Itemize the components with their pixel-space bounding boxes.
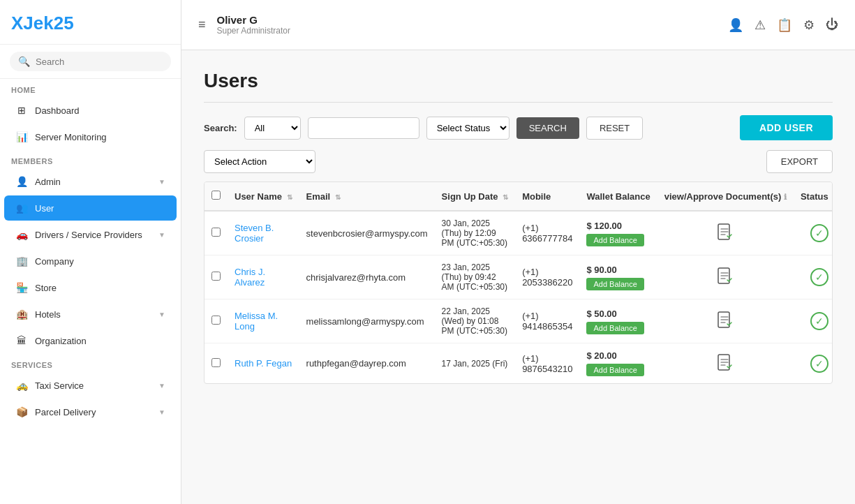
sidebar-item-company[interactable]: 🏢 Company	[4, 249, 177, 274]
row-email: chrisjalvarez@rhyta.com	[299, 255, 435, 299]
row-document-cell	[657, 255, 794, 299]
add-balance-button[interactable]: Add Balance	[586, 364, 644, 376]
sidebar-item-dashboard[interactable]: ⊞ Dashboard	[4, 98, 177, 123]
sort-icon[interactable]: ⇅	[287, 193, 292, 201]
document-icon[interactable]	[664, 311, 787, 331]
reset-button[interactable]: RESET	[586, 117, 643, 140]
topbar-user-info: Oliver G Super Administrator	[217, 14, 717, 36]
table-row: Melissa M. Long melissamlong@armyspy.com…	[205, 299, 833, 343]
info-icon: ℹ	[784, 193, 787, 201]
search-input[interactable]	[36, 57, 163, 67]
col-header-status: Status ⇅	[794, 182, 833, 211]
action-bar: Select Action Delete Activate Deactivate…	[204, 150, 833, 173]
status-check: ✓	[810, 355, 828, 373]
search-filter-select[interactable]: All Name Email Mobile	[244, 117, 301, 140]
store-icon: 🏪	[15, 282, 28, 293]
row-mobile: (+1) 2053386220	[515, 255, 579, 299]
sidebar-item-organization[interactable]: 🏛 Organization	[4, 328, 177, 353]
row-checkbox-cell	[205, 211, 228, 255]
user-link[interactable]: Steven B. Crosier	[235, 223, 274, 244]
sidebar-item-parcel-delivery[interactable]: 📦 Parcel Delivery ▼	[4, 399, 177, 424]
row-checkbox[interactable]	[211, 272, 221, 281]
logo-accent: 25	[54, 13, 74, 34]
add-user-button[interactable]: ADD USER	[740, 115, 833, 140]
row-mobile: (+1) 9876543210	[515, 343, 579, 384]
row-checkbox-cell	[205, 299, 228, 343]
topbar-user-role: Super Administrator	[217, 26, 717, 36]
power-icon[interactable]: ⏻	[826, 17, 838, 32]
sidebar-item-label: Organization	[35, 336, 165, 346]
row-signup-date: 22 Jan, 2025 (Wed) by 01:08 PM (UTC:+05:…	[435, 299, 516, 343]
sidebar-item-taxi-service[interactable]: 🚕 Taxi Service ▼	[4, 373, 177, 398]
row-signup-date: 30 Jan, 2025 (Thu) by 12:09 PM (UTC:+05:…	[435, 211, 516, 255]
document-icon[interactable]	[664, 267, 787, 287]
status-check: ✓	[810, 268, 828, 286]
logo-text: XJek	[11, 13, 54, 34]
user-link[interactable]: Melissa M. Long	[235, 311, 278, 332]
select-all-header	[205, 182, 228, 211]
parcel-icon: 📦	[15, 406, 28, 417]
notes-icon[interactable]: 📋	[777, 17, 792, 33]
row-checkbox[interactable]	[211, 228, 221, 237]
hotels-icon: 🏨	[15, 309, 28, 320]
row-email: melissamlong@armyspy.com	[299, 299, 435, 343]
sidebar-item-hotels[interactable]: 🏨 Hotels ▼	[4, 302, 177, 327]
profile-icon[interactable]: 👤	[728, 17, 743, 33]
sidebar-item-server-monitoring[interactable]: 📊 Server Monitoring	[4, 124, 177, 149]
sort-icon[interactable]: ⇅	[503, 193, 508, 201]
taxi-icon: 🚕	[15, 380, 28, 391]
user-link[interactable]: Chris J. Alvarez	[235, 267, 265, 288]
users-table-container: User Name ⇅ Email ⇅ Sign Up Date ⇅ Mobil…	[204, 181, 833, 384]
row-status-cell: ✓	[794, 343, 833, 384]
sidebar-item-label: Drivers / Service Providers	[35, 230, 151, 240]
topbar-user-name: Oliver G	[217, 14, 717, 26]
add-balance-button[interactable]: Add Balance	[586, 322, 644, 334]
row-status-cell: ✓	[794, 211, 833, 255]
col-header-mobile: Mobile	[515, 182, 579, 211]
row-checkbox[interactable]	[211, 316, 221, 325]
select-all-checkbox[interactable]	[211, 191, 221, 200]
add-balance-button[interactable]: Add Balance	[586, 278, 644, 290]
document-icon[interactable]	[664, 354, 787, 373]
row-wallet: $ 20.00 Add Balance	[579, 343, 657, 384]
chevron-down-icon: ▼	[158, 408, 165, 416]
document-icon[interactable]	[664, 223, 787, 243]
status-select[interactable]: Select Status Active Inactive	[426, 117, 510, 140]
section-members-label: MEMBERS	[0, 150, 181, 168]
search-box[interactable]: 🔍	[10, 52, 171, 71]
sidebar-item-admin[interactable]: 👤 Admin ▼	[4, 169, 177, 194]
sidebar-item-store[interactable]: 🏪 Store	[4, 275, 177, 300]
sidebar-item-label: User	[35, 203, 165, 214]
row-username: Chris J. Alvarez	[228, 255, 299, 299]
col-header-wallet: Wallet Balance	[579, 182, 657, 211]
users-table: User Name ⇅ Email ⇅ Sign Up Date ⇅ Mobil…	[205, 182, 833, 383]
chevron-down-icon: ▼	[158, 311, 165, 318]
search-button[interactable]: SEARCH	[516, 117, 579, 139]
sidebar-item-label: Company	[35, 256, 165, 267]
alert-icon[interactable]: ⚠	[754, 17, 766, 33]
add-balance-button[interactable]: Add Balance	[586, 234, 644, 246]
chevron-down-icon: ▼	[158, 178, 165, 186]
page-title: Users	[204, 70, 833, 103]
section-services-label: SERVICES	[0, 354, 181, 372]
sidebar-item-drivers-service-providers[interactable]: 🚗 Drivers / Service Providers ▼	[4, 222, 177, 247]
row-document-cell	[657, 299, 794, 343]
search-text-input[interactable]	[308, 117, 419, 139]
user-link[interactable]: Ruth P. Fegan	[235, 358, 292, 369]
sidebar-item-label: Server Monitoring	[35, 132, 165, 142]
chevron-down-icon: ▼	[158, 382, 165, 390]
col-header-documents: view/Approve Document(s) ℹ	[657, 182, 794, 211]
sort-icon[interactable]: ⇅	[335, 193, 341, 201]
row-checkbox[interactable]	[211, 358, 221, 367]
select-action-dropdown[interactable]: Select Action Delete Activate Deactivate	[204, 150, 315, 173]
export-button[interactable]: EXPORT	[766, 150, 833, 173]
page-content: Users Search: All Name Email Mobile Sele…	[181, 50, 855, 504]
drivers-icon: 🚗	[15, 229, 28, 240]
settings-icon[interactable]: ⚙	[803, 17, 815, 33]
sidebar-search-container: 🔍	[0, 45, 181, 79]
status-check: ✓	[810, 224, 828, 242]
row-document-cell	[657, 211, 794, 255]
menu-toggle-button[interactable]: ≡	[198, 17, 206, 32]
sidebar-item-user[interactable]: 👥 User	[4, 195, 177, 221]
row-email: stevenbcrosier@armyspy.com	[299, 211, 435, 255]
